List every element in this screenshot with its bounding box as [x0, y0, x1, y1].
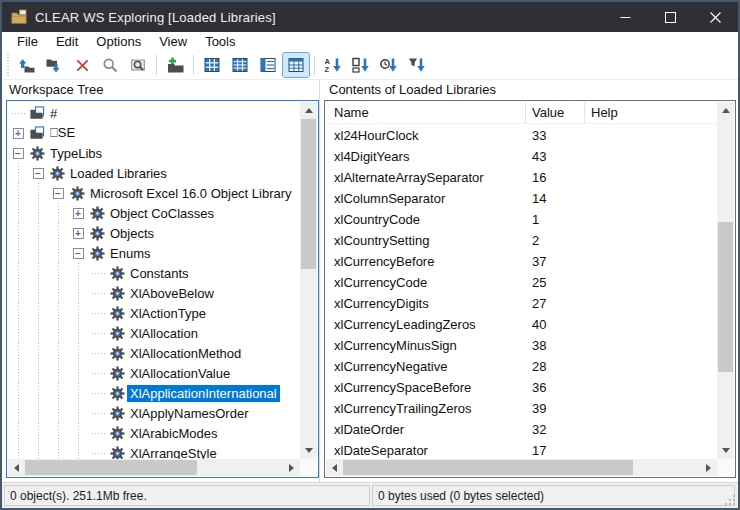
tree-item[interactable]: +⎕SE [8, 123, 300, 143]
tree-item[interactable]: XlApplyNamesOrder [8, 403, 300, 423]
tree-item-label[interactable]: Constants [127, 265, 192, 282]
small-icon-view-button[interactable] [227, 53, 253, 77]
list-vscroll-thumb[interactable] [718, 222, 733, 372]
tree-item[interactable]: −Loaded Libraries [8, 163, 300, 183]
table-row[interactable]: xlDateOrder32 [326, 419, 717, 440]
table-row[interactable]: xlCurrencyMinusSign38 [326, 335, 717, 356]
tree-item[interactable]: −Enums [8, 243, 300, 263]
resize-grip[interactable] [723, 493, 735, 505]
scroll-up-button[interactable] [717, 102, 734, 119]
expand-plus-icon[interactable]: + [8, 123, 28, 143]
tree-item-label[interactable]: XlActionType [127, 305, 209, 322]
tree-item-label[interactable]: XlApplyNamesOrder [127, 405, 252, 422]
scroll-down-button[interactable] [300, 442, 317, 459]
column-header-help[interactable]: Help [584, 102, 717, 124]
table-row[interactable]: xlDateSeparator17 [326, 440, 717, 459]
table-row[interactable]: xlCurrencyCode25 [326, 272, 717, 293]
maximize-button[interactable] [648, 2, 693, 32]
expand-plus-icon[interactable]: + [68, 223, 88, 243]
tree-item[interactable]: XlAllocationValue [8, 363, 300, 383]
cell-name[interactable]: xlCurrencyBefore [326, 254, 525, 269]
tree-item-label[interactable]: XlAllocation [127, 325, 201, 342]
scroll-up-button[interactable] [300, 102, 317, 119]
tree-item[interactable]: # [8, 103, 300, 123]
pane-splitter[interactable] [319, 80, 320, 482]
tree-item-label[interactable]: XlArrangeStyle [127, 445, 220, 460]
sort-by-name-button[interactable]: AZ [320, 53, 346, 77]
tree-item[interactable]: XlAllocation [8, 323, 300, 343]
scroll-left-button[interactable] [326, 459, 343, 476]
cell-name[interactable]: xlAlternateArraySeparator [326, 170, 525, 185]
tree-item[interactable]: Constants [8, 263, 300, 283]
tree-item-label[interactable]: TypeLibs [47, 145, 105, 162]
table-row[interactable]: xlCurrencyTrailingZeros39 [326, 398, 717, 419]
delete-button[interactable] [69, 53, 95, 77]
cell-name[interactable]: xlDateOrder [326, 422, 525, 437]
minimize-button[interactable] [603, 2, 648, 32]
tree-hscroll-thumb[interactable] [25, 460, 197, 475]
cell-name[interactable]: xlCurrencyTrailingZeros [326, 401, 525, 416]
table-row[interactable]: xlCountrySetting2 [326, 230, 717, 251]
cell-name[interactable]: xl24HourClock [326, 128, 525, 143]
tree-vscroll-thumb[interactable] [301, 119, 316, 269]
cell-name[interactable]: xlCurrencySpaceBefore [326, 380, 525, 395]
table-row[interactable]: xlCurrencyLeadingZeros40 [326, 314, 717, 335]
tree-item-label[interactable]: XlAllocationValue [127, 365, 233, 382]
table-row[interactable]: xl4DigitYears43 [326, 146, 717, 167]
collapse-minus-icon[interactable]: − [8, 143, 28, 163]
table-row[interactable]: xlCurrencyBefore37 [326, 251, 717, 272]
sort-by-type-button[interactable] [404, 53, 430, 77]
cell-name[interactable]: xlCurrencyMinusSign [326, 338, 525, 353]
expand-plus-icon[interactable]: + [68, 203, 88, 223]
column-header-name[interactable]: Name [326, 102, 525, 124]
list-hscroll-thumb[interactable] [343, 460, 633, 475]
tree-item-label[interactable]: Objects [107, 225, 157, 242]
tree-item-label[interactable]: # [47, 105, 60, 122]
list-vertical-scrollbar[interactable] [717, 102, 734, 459]
detail-view-button[interactable] [283, 53, 309, 77]
cell-name[interactable]: xlColumnSeparator [326, 191, 525, 206]
move-up-button[interactable] [13, 53, 39, 77]
menu-view[interactable]: View [150, 34, 196, 49]
tree-item[interactable]: XlArabicModes [8, 423, 300, 443]
search-properties-button[interactable] [125, 53, 151, 77]
sort-by-date-button[interactable] [376, 53, 402, 77]
tree-item[interactable]: XlAllocationMethod [8, 343, 300, 363]
cell-name[interactable]: xlCurrencyLeadingZeros [326, 317, 525, 332]
menu-options[interactable]: Options [87, 34, 150, 49]
scroll-right-button[interactable] [283, 459, 300, 476]
tree-item-label[interactable]: Microsoft Excel 16.0 Object Library [87, 185, 295, 202]
table-row[interactable]: xlColumnSeparator14 [326, 188, 717, 209]
tree-item-label[interactable]: ⎕SE [47, 124, 78, 142]
collapse-minus-icon[interactable]: − [68, 243, 88, 263]
list-view-button[interactable] [255, 53, 281, 77]
sort-by-size-button[interactable] [348, 53, 374, 77]
close-button[interactable] [693, 2, 738, 32]
menu-tools[interactable]: Tools [196, 34, 244, 49]
new-namespace-button[interactable] [162, 53, 188, 77]
cell-name[interactable]: xlCountryCode [326, 212, 525, 227]
search-button[interactable] [97, 53, 123, 77]
column-header-value[interactable]: Value [525, 102, 584, 124]
tree-item-label[interactable]: XlApplicationInternational [127, 385, 280, 402]
tree-item[interactable]: XlApplicationInternational [8, 383, 300, 403]
large-icon-view-button[interactable] [199, 53, 225, 77]
cell-name[interactable]: xlDateSeparator [326, 443, 525, 458]
tree-item[interactable]: XlArrangeStyle [8, 443, 300, 459]
tree-item[interactable]: −Microsoft Excel 16.0 Object Library [8, 183, 300, 203]
cell-name[interactable]: xlCurrencyCode [326, 275, 525, 290]
table-row[interactable]: xlCurrencyDigits27 [326, 293, 717, 314]
collapse-minus-icon[interactable]: − [48, 183, 68, 203]
expand-namespace-button[interactable] [41, 53, 67, 77]
tree-vertical-scrollbar[interactable] [300, 102, 317, 459]
scroll-right-button[interactable] [700, 459, 717, 476]
tree-item-label[interactable]: XlAllocationMethod [127, 345, 244, 362]
tree-item[interactable]: XlAboveBelow [8, 283, 300, 303]
table-row[interactable]: xl24HourClock33 [326, 125, 717, 146]
table-row[interactable]: xlCurrencySpaceBefore36 [326, 377, 717, 398]
tree-item-label[interactable]: Object CoClasses [107, 205, 217, 222]
table-row[interactable]: xlAlternateArraySeparator16 [326, 167, 717, 188]
cell-name[interactable]: xl4DigitYears [326, 149, 525, 164]
tree-item-label[interactable]: XlArabicModes [127, 425, 220, 442]
tree-item[interactable]: +Objects [8, 223, 300, 243]
